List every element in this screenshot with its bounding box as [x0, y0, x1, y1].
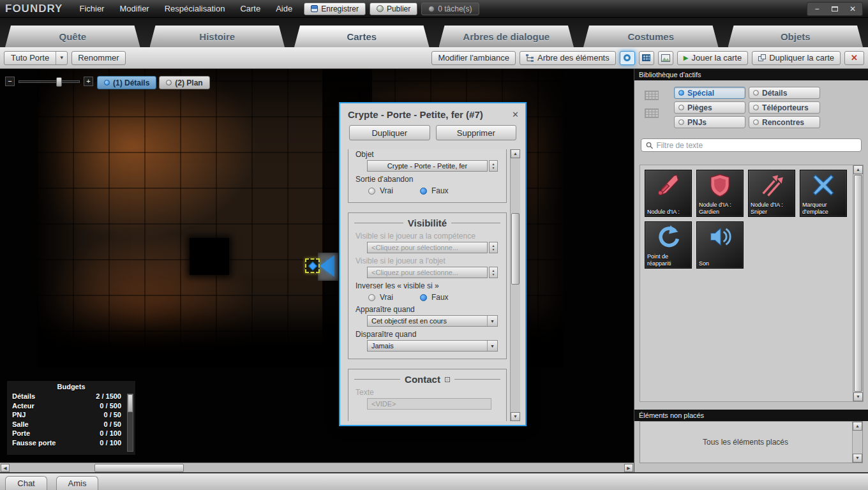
- scroll-up-button[interactable]: ▲: [511, 149, 520, 158]
- map-hscroll-thumb[interactable]: [94, 464, 184, 472]
- view-tab-plan[interactable]: (2) Plan: [159, 76, 209, 89]
- visibility-group: Visibilité Visible si le joueur a la com…: [348, 212, 507, 359]
- zoom-slider[interactable]: [19, 80, 80, 83]
- dialog-scrollbar[interactable]: ▲ ▼: [510, 149, 520, 421]
- unplaced-scrollbar[interactable]: ▲ ▼: [852, 422, 862, 463]
- asset-ai-node[interactable]: Nodule d'IA :: [645, 170, 692, 217]
- visible-skill-select[interactable]: <Cliquez pour sélectionne...: [367, 242, 488, 253]
- appear-when-dropdown[interactable]: Cet objectif est en cours▼: [367, 315, 498, 327]
- tab-costumes[interactable]: Costumes: [583, 26, 719, 47]
- scroll-left-button[interactable]: ◀: [1, 464, 10, 472]
- scroll-down-button[interactable]: ▼: [511, 412, 520, 421]
- dialog-close-button[interactable]: ✕: [512, 110, 519, 119]
- filter-search-input[interactable]: [656, 141, 857, 150]
- unplaced-elements-box[interactable]: Tous les éléments placés ▲ ▼: [640, 421, 863, 463]
- tasks-indicator[interactable]: 0 tâche(s): [421, 3, 479, 15]
- friends-tab[interactable]: Amis: [56, 476, 98, 490]
- asset-location-marker[interactable]: Marqueur d'emplace: [800, 170, 847, 217]
- spinner-control[interactable]: ▲▼: [489, 242, 498, 253]
- tab-quete[interactable]: Quête: [5, 26, 140, 47]
- category-special[interactable]: Spécial: [674, 87, 745, 99]
- menu-modifier[interactable]: Modifier: [112, 1, 156, 16]
- contact-help-icon[interactable]: [445, 377, 450, 382]
- category-details[interactable]: Détails: [749, 87, 820, 99]
- terrain-tool-button[interactable]: [658, 51, 673, 65]
- zoom-in-button[interactable]: +: [84, 77, 93, 86]
- close-map-button[interactable]: ✕: [844, 51, 864, 65]
- spinner-control[interactable]: ▲▼: [489, 160, 498, 172]
- object-select-row: Crypte - Porte - Petite, fer ▲▼: [367, 160, 498, 172]
- publish-button[interactable]: Publier: [370, 3, 417, 15]
- radio-false-selected[interactable]: [420, 294, 427, 301]
- scroll-down-button[interactable]: ▼: [853, 392, 863, 401]
- category-rencontres[interactable]: Rencontres: [749, 116, 820, 128]
- door-direction-arrow: [320, 255, 334, 277]
- menu-carte[interactable]: Carte: [232, 1, 268, 16]
- disappear-when-dropdown[interactable]: Jamais▼: [367, 340, 498, 352]
- category-pieges[interactable]: Pièges: [674, 101, 745, 114]
- zoom-control: − +: [5, 77, 93, 86]
- scroll-right-button[interactable]: ▶: [624, 464, 633, 472]
- asset-label: Point de réappariti: [647, 253, 690, 267]
- asset-respawn-point[interactable]: Point de réappariti: [645, 221, 692, 269]
- contact-group: Contact Texte <VIDE>: [348, 369, 507, 421]
- scroll-up-button[interactable]: ▲: [853, 165, 863, 174]
- tab-objets[interactable]: Objets: [728, 26, 864, 47]
- duplicate-map-button[interactable]: Dupliquer la carte: [752, 51, 841, 65]
- category-pnjs[interactable]: PNJs: [674, 116, 745, 128]
- tab-arbres-de-dialogue[interactable]: Arbres de dialogue: [439, 26, 574, 47]
- radio-false-selected[interactable]: [420, 188, 427, 195]
- radio-true[interactable]: [368, 188, 375, 195]
- selected-door-marker[interactable]: [305, 258, 320, 273]
- radio-true[interactable]: [368, 294, 375, 301]
- menu-fichier[interactable]: Fichier: [71, 1, 112, 16]
- dialog-scroll-thumb[interactable]: [511, 213, 520, 285]
- list-view-icon[interactable]: [645, 108, 659, 118]
- circle-tool-button[interactable]: [620, 51, 635, 65]
- maximize-button[interactable]: [827, 3, 843, 15]
- save-button[interactable]: Enregistrer: [304, 3, 366, 15]
- map-horizontal-scrollbar[interactable]: ◀ ▶: [0, 463, 634, 472]
- map-canvas[interactable]: − + (1) Détails (2) Plan Budgets Détails…: [0, 69, 634, 463]
- grid-tool-button[interactable]: [639, 51, 654, 65]
- asset-sound[interactable]: Son: [696, 221, 744, 269]
- element-tree-button[interactable]: Arbre des éléments: [520, 51, 616, 65]
- minimize-button[interactable]: −: [809, 3, 825, 15]
- text-field[interactable]: <VIDE>: [367, 398, 491, 410]
- asset-grid-scrollbar[interactable]: ▲ ▼: [853, 165, 863, 401]
- budget-row: Porte0 / 100: [7, 429, 135, 438]
- budget-name: PNJ: [12, 410, 103, 420]
- asset-scroll-thumb[interactable]: [854, 175, 862, 392]
- budgets-scrollbar[interactable]: [127, 394, 133, 452]
- spinner-control[interactable]: ▲▼: [489, 267, 498, 278]
- disappear-when-value: Jamais: [368, 342, 487, 350]
- map-selector-dropdown[interactable]: Tuto Porte ▼: [4, 51, 68, 65]
- tab-cartes[interactable]: Cartes: [294, 26, 430, 47]
- view-tab-details[interactable]: (1) Détails: [97, 76, 156, 89]
- visible-object-select[interactable]: <Cliquez pour sélectionne...: [367, 267, 488, 278]
- grid-view-icon[interactable]: [645, 91, 659, 100]
- edit-ambiance-button[interactable]: Modifier l'ambiance: [431, 51, 516, 65]
- menu-respecialisation[interactable]: Respécialisation: [157, 1, 233, 16]
- close-window-button[interactable]: ✕: [844, 3, 861, 15]
- scroll-up-button[interactable]: ▲: [853, 422, 862, 431]
- scroll-down-button[interactable]: ▼: [853, 454, 862, 463]
- duplicate-button[interactable]: Dupliquer: [349, 125, 430, 140]
- zoom-slider-thumb[interactable]: [56, 77, 62, 87]
- asset-ai-node-sniper[interactable]: Nodule d'IA : Sniper: [748, 170, 795, 217]
- menu-aide[interactable]: Aide: [268, 1, 300, 16]
- category-teleporteurs[interactable]: Téléporteurs: [749, 101, 820, 114]
- budget-row: Salle0 / 50: [7, 420, 135, 429]
- play-map-button[interactable]: ▶ Jouer la carte: [677, 51, 748, 65]
- asset-ai-node-gardien[interactable]: Nodule d'IA : Gardien: [696, 170, 744, 217]
- chat-tab[interactable]: Chat: [5, 476, 47, 490]
- tab-histoire[interactable]: Histoire: [150, 26, 285, 47]
- budgets-scrollbar-thumb[interactable]: [128, 394, 133, 412]
- play-map-label: Jouer la carte: [691, 53, 742, 63]
- budget-name: Porte: [12, 429, 100, 438]
- object-select[interactable]: Crypte - Porte - Petite, fer: [367, 160, 488, 172]
- filter-search-box[interactable]: [641, 138, 862, 152]
- delete-button[interactable]: Supprimer: [436, 125, 517, 140]
- zoom-out-button[interactable]: −: [5, 77, 15, 86]
- rename-button[interactable]: Renommer: [71, 51, 125, 65]
